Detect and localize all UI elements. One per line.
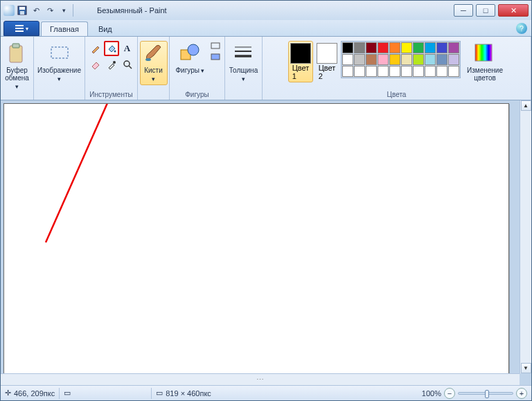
brushes-button[interactable]: Кисти xyxy=(140,41,168,85)
color-swatch[interactable] xyxy=(389,54,400,65)
color-swatch[interactable] xyxy=(378,42,389,53)
eraser-tool[interactable] xyxy=(88,57,103,72)
pencil-tool[interactable] xyxy=(88,41,103,56)
menu-icon xyxy=(15,25,24,32)
color-swatch[interactable] xyxy=(378,66,389,77)
minimize-button[interactable]: ─ xyxy=(454,4,473,17)
color-swatch[interactable] xyxy=(448,54,459,65)
svg-rect-1 xyxy=(19,7,25,10)
ribbon-tabs: ▾ Главная Вид ? xyxy=(1,20,531,37)
color-swatch[interactable] xyxy=(366,42,377,53)
color2-button[interactable]: Цвет 2 xyxy=(314,41,339,82)
edit-colors-label: Изменение цветов xyxy=(467,66,503,82)
scroll-down-icon[interactable]: ▼ xyxy=(521,363,531,373)
color-swatch[interactable] xyxy=(448,66,459,77)
color1-label: Цвет 1 xyxy=(292,64,310,80)
shape-options xyxy=(210,41,221,62)
svg-line-19 xyxy=(46,104,121,242)
size-icon xyxy=(233,43,255,65)
color-swatch[interactable] xyxy=(425,54,436,65)
canvas[interactable] xyxy=(3,103,509,380)
group-size-label xyxy=(228,90,259,100)
group-image-label xyxy=(37,90,82,100)
qat-save-icon[interactable] xyxy=(16,4,28,17)
color-swatch[interactable] xyxy=(401,42,412,53)
svg-point-7 xyxy=(113,61,116,64)
fill-tool[interactable] xyxy=(104,41,119,56)
color-swatch[interactable] xyxy=(436,42,447,53)
status-bar: ✛ 466, 209пкс ▭ ▭ 819 × 460пкс 100% − + xyxy=(1,385,531,400)
color-swatch[interactable] xyxy=(436,66,447,77)
clipboard-button[interactable]: Буфер обмена xyxy=(3,41,31,93)
color-swatch[interactable] xyxy=(389,66,400,77)
color-swatch[interactable] xyxy=(425,42,436,53)
shape-outline-button[interactable] xyxy=(210,41,221,51)
color-swatch[interactable] xyxy=(436,54,447,65)
color-swatch[interactable] xyxy=(366,66,377,77)
svg-rect-3 xyxy=(10,46,22,62)
color-swatch[interactable] xyxy=(401,66,412,77)
color-swatch[interactable] xyxy=(366,54,377,65)
color-swatch[interactable] xyxy=(425,66,436,77)
qat-undo-icon[interactable]: ↶ xyxy=(30,4,42,17)
close-button[interactable]: ✕ xyxy=(498,4,529,17)
hscroll-grip-icon: ⋯ xyxy=(256,375,265,384)
select-button[interactable]: Изображение xyxy=(35,41,83,85)
shapes-label: Фигуры xyxy=(176,66,205,75)
vertical-scrollbar[interactable]: ▲ ▼ xyxy=(520,100,531,373)
svg-rect-2 xyxy=(20,11,24,15)
tab-home[interactable]: Главная xyxy=(41,21,88,36)
group-tools-label: Инструменты xyxy=(88,90,134,100)
horizontal-scrollbar[interactable]: ⋯ xyxy=(1,373,520,385)
select-icon xyxy=(48,43,71,65)
svg-point-6 xyxy=(114,51,116,53)
app-icon xyxy=(3,5,15,16)
group-clipboard: Буфер обмена xyxy=(1,37,34,100)
file-menu-button[interactable]: ▾ xyxy=(3,21,39,36)
zoom-out-button[interactable]: − xyxy=(444,388,455,399)
qat-customize-icon[interactable]: ▾ xyxy=(57,4,70,17)
shape-fill-button[interactable] xyxy=(210,52,221,62)
magnifier-tool[interactable] xyxy=(120,57,135,72)
color-swatch[interactable] xyxy=(413,42,424,53)
shapes-button[interactable]: Фигуры xyxy=(174,41,207,77)
color1-button[interactable]: Цвет 1 xyxy=(288,41,313,82)
zoom-slider[interactable] xyxy=(458,392,513,395)
scroll-up-icon[interactable]: ▲ xyxy=(521,100,531,111)
annotation-arrow xyxy=(4,104,510,381)
size-button[interactable]: Толщина xyxy=(227,41,260,85)
svg-point-8 xyxy=(124,61,130,66)
group-colors: Цвет 1 Цвет 2 Изменение цветов Цвета xyxy=(263,37,531,100)
help-button[interactable]: ? xyxy=(516,23,527,34)
color-swatch[interactable] xyxy=(342,42,353,53)
color-swatch[interactable] xyxy=(389,42,400,53)
picker-tool[interactable] xyxy=(104,57,119,72)
svg-rect-13 xyxy=(211,43,220,48)
qat-redo-icon[interactable]: ↷ xyxy=(44,4,56,17)
group-shapes-label: Фигуры xyxy=(172,90,222,100)
zoom-in-button[interactable]: + xyxy=(516,388,527,399)
selection-icon: ▭ xyxy=(64,389,71,398)
color-swatch[interactable] xyxy=(378,54,389,65)
shapes-icon xyxy=(179,43,202,65)
color-swatch[interactable] xyxy=(401,54,412,65)
color-swatch[interactable] xyxy=(354,66,365,77)
tool-grid: A xyxy=(88,41,135,72)
color-swatch[interactable] xyxy=(413,54,424,65)
color2-label: Цвет 2 xyxy=(319,64,336,80)
color-swatch[interactable] xyxy=(354,42,365,53)
tab-view[interactable]: Вид xyxy=(89,21,121,36)
color-swatch[interactable] xyxy=(413,66,424,77)
svg-point-10 xyxy=(145,58,151,61)
maximize-button[interactable]: □ xyxy=(476,4,495,17)
color1-well xyxy=(290,43,311,64)
zoom-thumb[interactable] xyxy=(485,390,489,398)
color-swatch[interactable] xyxy=(342,54,353,65)
color2-well xyxy=(317,43,337,64)
color-swatch[interactable] xyxy=(448,42,459,53)
edit-colors-button[interactable]: Изменение цветов xyxy=(465,41,505,84)
color-swatch[interactable] xyxy=(354,54,365,65)
title-bar: ↶ ↷ ▾ Безымянный - Paint ─ □ ✕ xyxy=(1,1,531,20)
text-tool[interactable]: A xyxy=(120,41,135,56)
color-swatch[interactable] xyxy=(342,66,353,77)
